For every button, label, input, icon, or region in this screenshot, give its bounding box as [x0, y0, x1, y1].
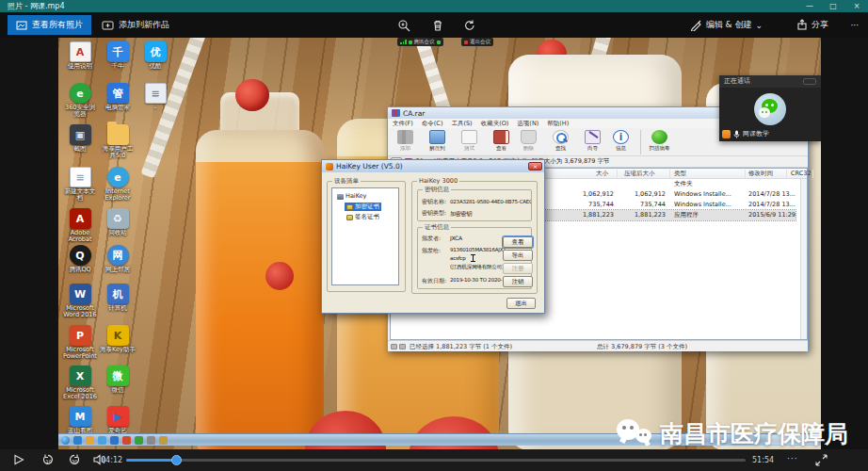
- desktop-icon-16[interactable]: 机计算机: [100, 284, 136, 312]
- tree-item-签名证书[interactable]: 签名证书: [345, 213, 381, 221]
- desktop-icon-13[interactable]: Q腾讯QQ: [62, 245, 98, 273]
- 导出-button[interactable]: 导出: [503, 250, 533, 261]
- desktop-icon-label: 微信: [100, 387, 136, 394]
- delete-icon[interactable]: [431, 19, 444, 32]
- 注销-button[interactable]: 注销: [503, 276, 533, 287]
- desktop-icon-20[interactable]: 微微信: [100, 365, 136, 394]
- desktop-icon-11[interactable]: AAdobe Acrobat: [62, 208, 98, 243]
- minimize-button[interactable]: —: [798, 0, 821, 12]
- tree-item-HaiKey[interactable]: HaiKey: [335, 192, 368, 201]
- taskbar-app-icon[interactable]: [98, 436, 106, 445]
- winrar-toolbar-find-button[interactable]: 查找: [545, 129, 576, 155]
- winrar-toolbar-extract-button[interactable]: 解压到: [422, 129, 453, 155]
- edit-create-button[interactable]: 编辑 & 创建 ⌄: [690, 12, 763, 38]
- desktop-icon-9[interactable]: ≡新建文本文档: [62, 167, 98, 202]
- desktop-icon-3[interactable]: 优优酷: [137, 41, 173, 70]
- wechat-call-body: 网课教学: [719, 88, 821, 141]
- desktop-icon-5[interactable]: 管电脑管家: [100, 83, 136, 111]
- close-button[interactable]: ×: [845, 0, 868, 12]
- tree-item-加密证书[interactable]: 加密证书: [345, 203, 381, 211]
- desktop-icon-label: Microsoft Excel 2016: [62, 387, 98, 400]
- subject-line2: acsfcp: [450, 255, 466, 261]
- taskbar-app-icon[interactable]: [159, 436, 168, 445]
- taskbar-app-icon[interactable]: [86, 436, 94, 445]
- taskbar-app-icon[interactable]: [110, 436, 119, 445]
- exit-button[interactable]: 退出: [506, 298, 536, 309]
- 查看-button[interactable]: 查看: [503, 236, 533, 248]
- 海泰Key助手-icon: K: [107, 325, 129, 346]
- winrar-toolbar-test-button[interactable]: 测试: [454, 129, 485, 155]
- winrar-menu-1[interactable]: 文件(F): [393, 120, 413, 128]
- desktop-icon-12[interactable]: ♻回收站: [100, 208, 136, 236]
- winrar-toolbar-scan-button[interactable]: 扫描病毒: [644, 129, 675, 155]
- seek-bar[interactable]: [126, 459, 746, 462]
- taskbar-app-icon[interactable]: [135, 436, 143, 445]
- desktop-icon-label: 截图: [62, 146, 98, 153]
- strawberry: [235, 79, 269, 111]
- winrar-menu-4[interactable]: 收藏夹(O): [481, 120, 509, 128]
- zoom-icon[interactable]: [397, 19, 410, 32]
- video-frame[interactable]: A使用说明千千牛优优酷e360安全浏览器管电脑管家≡-▣截图海泰用户工具5.0≡…: [58, 38, 821, 449]
- winrar-menu-2[interactable]: 命令(C): [422, 120, 443, 128]
- winrar-menu-5[interactable]: 选项(N): [517, 120, 538, 128]
- desktop-icon-1[interactable]: A使用说明: [62, 41, 98, 70]
- column-header-2[interactable]: 大小: [596, 169, 608, 179]
- winrar-toolbar-add-button[interactable]: 添加: [390, 129, 421, 155]
- desktop-icon-19[interactable]: XMicrosoft Excel 2016: [62, 365, 98, 400]
- share-button[interactable]: 分享: [796, 12, 828, 38]
- wechat-call-overlay: 正在通话 网课教学: [719, 75, 821, 141]
- desktop-icon-15[interactable]: WMicrosoft Word 2016: [62, 284, 98, 318]
- column-header-5[interactable]: 修改时间: [748, 169, 773, 179]
- desktop-icon-label: Microsoft PowerPoint: [62, 347, 98, 360]
- view-icon: [493, 130, 509, 144]
- share-label: 分享: [812, 19, 828, 31]
- toolbar-button-label: 扫描病毒: [644, 145, 675, 152]
- winrar-toolbar-wizard-button[interactable]: 向导: [577, 129, 608, 155]
- view-all-photos-button[interactable]: 查看所有照片: [8, 15, 91, 35]
- column-header-6[interactable]: CRC32: [791, 169, 812, 179]
- column-header-4[interactable]: 类型: [674, 169, 686, 179]
- taskbar-app-icon[interactable]: [122, 436, 131, 445]
- app-titlebar: 照片 - 网课.mp4 — □ ×: [0, 0, 868, 12]
- desktop-icon-2[interactable]: 千千牛: [100, 41, 136, 70]
- forward-30-button[interactable]: 30: [68, 454, 81, 466]
- play-button[interactable]: [13, 454, 24, 465]
- taskbar-app-icon[interactable]: [147, 436, 155, 445]
- panel-groupbox: HaiKey 3000 密钥信息 密钥名称: 023A3281-9580-44E…: [411, 181, 538, 294]
- desktop-icon-10[interactable]: eInternet Explorer: [100, 167, 136, 202]
- desktop-icon-4[interactable]: e360安全浏览器: [62, 83, 98, 118]
- haikey-close-button[interactable]: ×: [528, 162, 542, 171]
- desktop-icon-18[interactable]: K海泰Key助手: [100, 325, 136, 353]
- fullscreen-button[interactable]: [815, 454, 828, 466]
- desktop-icon-8[interactable]: 海泰用户工具5.0: [100, 124, 136, 159]
- seek-handle[interactable]: [171, 455, 182, 465]
- edit-create-label: 编辑 & 创建: [706, 19, 752, 31]
- winrar-menu-6[interactable]: 帮助(H): [547, 120, 569, 128]
- winrar-menu-3[interactable]: 工具(S): [451, 120, 472, 128]
- player-bar: 10 30 04:12 51:54 ···: [0, 449, 868, 471]
- rewind-10-button[interactable]: 10: [41, 454, 55, 466]
- winrar-toolbar-delete-button[interactable]: 删除: [513, 129, 544, 155]
- panel-title: HaiKey 3000: [417, 177, 459, 185]
- desktop-icon-14[interactable]: 网网上邻居: [100, 245, 136, 273]
- rotate-icon[interactable]: [463, 19, 476, 32]
- winrar-toolbar-info-button[interactable]: i信息: [605, 129, 636, 155]
- Internet Explorer-icon: e: [107, 167, 129, 187]
- desktop-icon-6[interactable]: ≡-: [137, 83, 173, 111]
- toolbar-button-label: 添加: [390, 145, 421, 152]
- certificate-icon: [346, 204, 353, 210]
- subject-label: 颁发给:: [422, 247, 441, 255]
- winrar-vertical-scrollbar[interactable]: [800, 179, 807, 339]
- taskbar-app-icon[interactable]: [73, 436, 82, 445]
- device-tree[interactable]: HaiKey加密证书签名证书: [331, 187, 399, 285]
- player-more-button[interactable]: ···: [787, 454, 798, 463]
- desktop-icon-21[interactable]: M蓝山看图: [62, 406, 98, 434]
- column-header-3[interactable]: 压缩后大小: [624, 169, 655, 179]
- share-indicator-icon: [722, 130, 731, 138]
- more-button[interactable]: ···: [850, 12, 859, 38]
- desktop-icon-22[interactable]: ▶爱奇艺: [100, 406, 136, 434]
- add-to-creation-button[interactable]: 添加到新作品: [96, 15, 175, 35]
- desktop-icon-7[interactable]: ▣截图: [62, 124, 98, 153]
- desktop-icon-17[interactable]: PMicrosoft PowerPoint: [62, 325, 98, 360]
- maximize-button[interactable]: □: [822, 0, 844, 12]
